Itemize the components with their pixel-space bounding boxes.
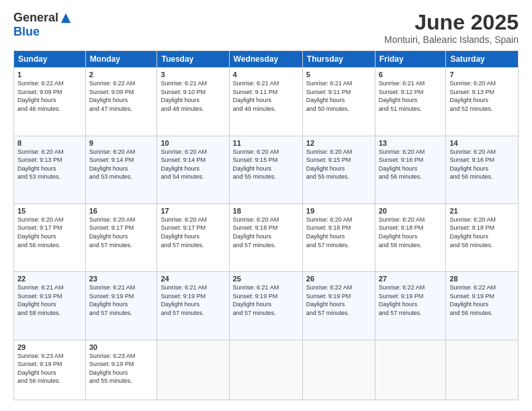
calendar-cell [302, 340, 375, 400]
calendar-cell: 15Sunrise: 6:20 AMSunset: 9:17 PMDayligh… [14, 203, 86, 271]
calendar-cell [446, 340, 519, 400]
day-number: 3 [161, 71, 225, 79]
calendar-cell: 18Sunrise: 6:20 AMSunset: 9:18 PMDayligh… [229, 203, 302, 271]
day-info: Sunrise: 6:21 AMSunset: 9:11 PMDaylight … [306, 79, 371, 113]
calendar-cell [229, 340, 302, 400]
calendar-cell: 17Sunrise: 6:20 AMSunset: 9:17 PMDayligh… [157, 203, 229, 271]
calendar-cell: 7Sunrise: 6:20 AMSunset: 9:13 PMDaylight… [446, 68, 519, 136]
col-header-monday: Monday [85, 51, 157, 68]
day-number: 17 [161, 207, 225, 215]
day-number: 20 [379, 207, 443, 215]
calendar-cell: 21Sunrise: 6:20 AMSunset: 9:18 PMDayligh… [446, 203, 519, 271]
calendar-cell [157, 340, 229, 400]
day-number: 1 [17, 71, 82, 79]
logo-blue-text: Blue [13, 25, 40, 39]
day-number: 11 [233, 139, 299, 147]
col-header-friday: Friday [375, 51, 446, 68]
calendar-cell: 2Sunrise: 6:22 AMSunset: 9:09 PMDaylight… [85, 68, 157, 136]
calendar-header-row: SundayMondayTuesdayWednesdayThursdayFrid… [14, 51, 519, 68]
calendar-cell: 8Sunrise: 6:20 AMSunset: 9:13 PMDaylight… [14, 136, 86, 203]
day-number: 14 [449, 139, 515, 147]
day-info: Sunrise: 6:22 AMSunset: 9:19 PMDaylight … [306, 283, 371, 317]
calendar-week-row: 15Sunrise: 6:20 AMSunset: 9:17 PMDayligh… [14, 203, 519, 271]
calendar-cell: 30Sunrise: 6:23 AMSunset: 9:19 PMDayligh… [85, 340, 157, 400]
day-info: Sunrise: 6:20 AMSunset: 9:17 PMDaylight … [161, 216, 225, 249]
day-number: 5 [306, 71, 371, 79]
calendar-cell: 22Sunrise: 6:21 AMSunset: 9:19 PMDayligh… [14, 272, 86, 340]
day-info: Sunrise: 6:23 AMSunset: 9:19 PMDaylight … [89, 352, 154, 385]
day-number: 27 [379, 275, 443, 283]
day-info: Sunrise: 6:22 AMSunset: 9:19 PMDaylight … [449, 283, 515, 317]
day-info: Sunrise: 6:20 AMSunset: 9:16 PMDaylight … [379, 148, 443, 181]
day-info: Sunrise: 6:21 AMSunset: 9:12 PMDaylight … [379, 79, 443, 113]
calendar-cell: 14Sunrise: 6:20 AMSunset: 9:16 PMDayligh… [446, 136, 519, 203]
day-info: Sunrise: 6:20 AMSunset: 9:16 PMDaylight … [449, 148, 515, 181]
calendar-table: SundayMondayTuesdayWednesdayThursdayFrid… [13, 50, 519, 400]
day-info: Sunrise: 6:20 AMSunset: 9:13 PMDaylight … [449, 79, 515, 113]
calendar-cell: 11Sunrise: 6:20 AMSunset: 9:15 PMDayligh… [229, 136, 302, 203]
calendar-cell: 26Sunrise: 6:22 AMSunset: 9:19 PMDayligh… [302, 272, 375, 340]
day-number: 24 [161, 275, 225, 283]
day-info: Sunrise: 6:20 AMSunset: 9:15 PMDaylight … [306, 148, 371, 181]
day-info: Sunrise: 6:20 AMSunset: 9:17 PMDaylight … [17, 216, 82, 249]
day-number: 4 [233, 71, 299, 79]
day-info: Sunrise: 6:22 AMSunset: 9:09 PMDaylight … [17, 79, 82, 113]
day-number: 12 [306, 139, 371, 147]
day-number: 2 [89, 71, 154, 79]
calendar-cell: 20Sunrise: 6:20 AMSunset: 9:18 PMDayligh… [375, 203, 446, 271]
day-number: 19 [306, 207, 371, 215]
day-number: 18 [233, 207, 299, 215]
day-number: 25 [233, 275, 299, 283]
day-number: 28 [449, 275, 515, 283]
day-info: Sunrise: 6:21 AMSunset: 9:19 PMDaylight … [161, 283, 225, 317]
day-info: Sunrise: 6:20 AMSunset: 9:18 PMDaylight … [379, 216, 443, 249]
day-number: 30 [89, 343, 154, 351]
logo-icon [60, 12, 72, 24]
calendar-cell: 16Sunrise: 6:20 AMSunset: 9:17 PMDayligh… [85, 203, 157, 271]
calendar-cell: 27Sunrise: 6:22 AMSunset: 9:19 PMDayligh… [375, 272, 446, 340]
calendar-week-row: 8Sunrise: 6:20 AMSunset: 9:13 PMDaylight… [14, 136, 519, 203]
day-info: Sunrise: 6:21 AMSunset: 9:11 PMDaylight … [233, 79, 299, 113]
day-info: Sunrise: 6:21 AMSunset: 9:19 PMDaylight … [17, 283, 82, 317]
day-info: Sunrise: 6:20 AMSunset: 9:15 PMDaylight … [233, 148, 299, 181]
title-section: June 2025 Montuiri, Balearic Islands, Sp… [384, 11, 519, 45]
calendar-week-row: 29Sunrise: 6:23 AMSunset: 9:19 PMDayligh… [14, 340, 519, 400]
day-info: Sunrise: 6:23 AMSunset: 9:19 PMDaylight … [17, 352, 82, 385]
day-number: 9 [89, 139, 154, 147]
calendar-cell: 12Sunrise: 6:20 AMSunset: 9:15 PMDayligh… [302, 136, 375, 203]
day-info: Sunrise: 6:22 AMSunset: 9:09 PMDaylight … [89, 79, 154, 113]
day-number: 23 [89, 275, 154, 283]
calendar-cell: 13Sunrise: 6:20 AMSunset: 9:16 PMDayligh… [375, 136, 446, 203]
calendar-page: General Blue June 2025 Montuiri, Baleari… [0, 0, 532, 411]
month-title: June 2025 [384, 11, 519, 34]
col-header-tuesday: Tuesday [157, 51, 229, 68]
day-number: 26 [306, 275, 371, 283]
day-number: 16 [89, 207, 154, 215]
calendar-week-row: 1Sunrise: 6:22 AMSunset: 9:09 PMDaylight… [14, 68, 519, 136]
calendar-cell: 4Sunrise: 6:21 AMSunset: 9:11 PMDaylight… [229, 68, 302, 136]
logo-general-text: General [13, 11, 58, 25]
svg-marker-0 [61, 13, 71, 22]
day-info: Sunrise: 6:21 AMSunset: 9:19 PMDaylight … [233, 283, 299, 317]
col-header-sunday: Sunday [14, 51, 86, 68]
day-number: 6 [379, 71, 443, 79]
day-info: Sunrise: 6:20 AMSunset: 9:18 PMDaylight … [233, 216, 299, 249]
calendar-cell: 10Sunrise: 6:20 AMSunset: 9:14 PMDayligh… [157, 136, 229, 203]
location-text: Montuiri, Balearic Islands, Spain [384, 34, 519, 45]
calendar-cell: 28Sunrise: 6:22 AMSunset: 9:19 PMDayligh… [446, 272, 519, 340]
day-info: Sunrise: 6:21 AMSunset: 9:19 PMDaylight … [89, 283, 154, 317]
calendar-cell: 19Sunrise: 6:20 AMSunset: 9:18 PMDayligh… [302, 203, 375, 271]
calendar-week-row: 22Sunrise: 6:21 AMSunset: 9:19 PMDayligh… [14, 272, 519, 340]
day-info: Sunrise: 6:21 AMSunset: 9:10 PMDaylight … [161, 79, 225, 113]
day-number: 22 [17, 275, 82, 283]
logo: General Blue [13, 11, 72, 39]
calendar-cell: 5Sunrise: 6:21 AMSunset: 9:11 PMDaylight… [302, 68, 375, 136]
calendar-cell: 1Sunrise: 6:22 AMSunset: 9:09 PMDaylight… [14, 68, 86, 136]
day-info: Sunrise: 6:20 AMSunset: 9:17 PMDaylight … [89, 216, 154, 249]
day-info: Sunrise: 6:20 AMSunset: 9:13 PMDaylight … [17, 148, 82, 181]
day-number: 7 [449, 71, 515, 79]
day-info: Sunrise: 6:20 AMSunset: 9:14 PMDaylight … [89, 148, 154, 181]
day-number: 13 [379, 139, 443, 147]
calendar-cell: 24Sunrise: 6:21 AMSunset: 9:19 PMDayligh… [157, 272, 229, 340]
day-number: 10 [161, 139, 225, 147]
